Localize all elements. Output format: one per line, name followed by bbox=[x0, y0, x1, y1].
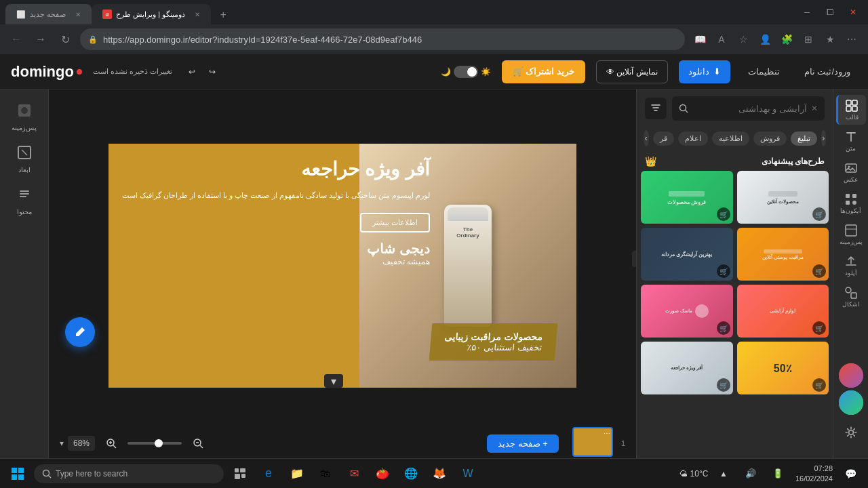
template-add-8[interactable]: 🛒 bbox=[812, 378, 826, 392]
search-clear-icon[interactable]: ✕ bbox=[811, 104, 818, 113]
canvas-expand-bottom[interactable]: ▾ bbox=[324, 374, 343, 388]
right-icon-template[interactable]: قالب bbox=[836, 95, 866, 125]
right-icon-icons[interactable]: آیکون‌ها bbox=[836, 188, 866, 218]
template-card-8[interactable]: 50٪ 🛒 bbox=[737, 342, 829, 394]
redo-button[interactable]: ↪ bbox=[203, 62, 221, 82]
template-add-3[interactable]: 🛒 bbox=[717, 264, 730, 278]
taskbar-weather[interactable]: 🌤 10°C bbox=[682, 462, 706, 486]
start-button[interactable] bbox=[5, 462, 30, 486]
thumbnail-menu[interactable]: ⋯ bbox=[604, 430, 610, 437]
download-button[interactable]: ⬇ دانلود bbox=[679, 60, 730, 83]
template-search-input[interactable] bbox=[692, 104, 807, 114]
right-icon-shapes[interactable]: اشکال bbox=[836, 282, 866, 312]
reader-mode-icon[interactable]: 📖 bbox=[690, 30, 709, 49]
address-bar[interactable]: 🔒 https://app.domingo.ir/editor?industry… bbox=[80, 28, 685, 50]
preview-button[interactable]: نمایش آنلاین 👁 bbox=[596, 60, 668, 83]
tool-dimensions[interactable]: ابعاد bbox=[5, 140, 43, 179]
taskbar-store[interactable]: 🛍 bbox=[313, 462, 338, 486]
browser-menu-icon[interactable]: ⋯ bbox=[842, 30, 861, 49]
taskbar-mail[interactable]: ✉ bbox=[342, 462, 366, 486]
taskbar-word[interactable]: W bbox=[456, 462, 480, 486]
share-button[interactable]: خرید اشتراک 🛒 bbox=[502, 60, 585, 83]
template-add-7[interactable]: 🛒 bbox=[717, 378, 730, 392]
template-card-4[interactable]: مراقبت پوستی آنلاین 🛒 bbox=[737, 228, 829, 281]
filter-button[interactable] bbox=[645, 98, 667, 119]
pill-announce[interactable]: اعلام bbox=[678, 131, 708, 146]
undo-button[interactable]: ↩ bbox=[183, 62, 201, 82]
new-tab-button[interactable]: + bbox=[214, 5, 233, 24]
zoom-slider[interactable] bbox=[127, 442, 182, 445]
refresh-button[interactable]: ↻ bbox=[56, 30, 75, 49]
floating-action-button[interactable] bbox=[65, 317, 95, 347]
template-card-6[interactable]: لوازم آرایشی 🛒 bbox=[737, 285, 829, 338]
battery-icon[interactable]: 🔋 bbox=[766, 462, 790, 486]
template-row-2: بهترین آرایشگری مردانه 🛒 مراقبت پوستی آن… bbox=[637, 228, 833, 281]
canvas-expand-right[interactable]: › bbox=[632, 251, 636, 267]
template-add-5[interactable]: 🛒 bbox=[717, 321, 730, 335]
template-add-1[interactable]: 🛒 bbox=[717, 207, 730, 221]
ai-button-1[interactable] bbox=[839, 363, 863, 388]
extension-icon[interactable]: 🧩 bbox=[777, 30, 796, 49]
pill-ad[interactable]: تبلیغ bbox=[791, 131, 817, 146]
taskbar-task-view[interactable] bbox=[228, 462, 252, 486]
forward-button[interactable]: → bbox=[31, 30, 50, 49]
ai-button-2[interactable] bbox=[839, 390, 863, 415]
settings-gear[interactable] bbox=[836, 418, 866, 447]
right-icon-upload[interactable]: آپلود bbox=[836, 251, 866, 281]
maximize-button[interactable]: ⧠ bbox=[821, 3, 840, 22]
collections-icon[interactable]: ⊞ bbox=[799, 30, 818, 49]
right-icon-background[interactable]: پس‌زمینه bbox=[836, 220, 866, 249]
taskbar-chrome[interactable]: 🌐 bbox=[399, 462, 423, 486]
taskbar-edge[interactable]: e bbox=[256, 462, 281, 486]
toggle-track[interactable] bbox=[454, 66, 478, 78]
theme-toggle[interactable]: 🌙 ☀️ bbox=[441, 66, 491, 78]
browser-tab-active[interactable]: d دومینگو | ویرایش طرح ✕ bbox=[92, 4, 211, 24]
template-add-2[interactable]: 🛒 bbox=[812, 207, 826, 221]
page-thumbnail-1[interactable]: ⋯ bbox=[572, 427, 613, 457]
tool-content[interactable]: محتوا bbox=[5, 182, 43, 221]
notification-button[interactable]: 💬 bbox=[838, 462, 863, 486]
translate-icon[interactable]: A bbox=[712, 30, 731, 49]
template-card-7[interactable]: آفر ویژه حراجعه 🛒 bbox=[641, 342, 733, 394]
auth-button[interactable]: ورود/ثبت نام bbox=[797, 60, 857, 83]
pill-info[interactable]: اطلاعیه bbox=[712, 131, 749, 146]
tab-close-1[interactable]: ✕ bbox=[75, 11, 81, 18]
canvas[interactable]: TheOrdinary آفر ویژه حراجعه لورم اپیسوم … bbox=[108, 144, 576, 388]
minimize-button[interactable]: ─ bbox=[797, 3, 816, 22]
volume-icon[interactable]: 🔊 bbox=[738, 462, 763, 486]
add-page-button[interactable]: + صفحه جدید bbox=[487, 434, 559, 453]
template-card-5[interactable]: ماسک صورت 🛒 bbox=[641, 285, 733, 338]
close-button[interactable]: ✕ bbox=[844, 3, 863, 22]
template-card-1[interactable]: فروش محصولات 🛒 bbox=[641, 171, 733, 224]
favorite-icon[interactable]: ☆ bbox=[734, 30, 753, 49]
taskbar-explorer[interactable]: 📁 bbox=[285, 462, 309, 486]
canvas-tagline: همیشه تخفیف bbox=[122, 257, 430, 266]
right-icon-text[interactable]: متن bbox=[836, 126, 866, 156]
category-next-button[interactable]: › bbox=[644, 130, 649, 146]
template-add-4[interactable]: 🛒 bbox=[812, 264, 826, 278]
tab-close-2[interactable]: ✕ bbox=[195, 11, 200, 18]
tool-background[interactable]: پس‌زمینه bbox=[5, 98, 43, 137]
taskbar-pomodoro[interactable]: 🍅 bbox=[370, 462, 395, 486]
template-add-6[interactable]: 🛒 bbox=[812, 321, 826, 335]
category-prev-button[interactable]: ‹ bbox=[821, 130, 827, 146]
back-button[interactable]: ← bbox=[7, 30, 26, 49]
zoom-slider-thumb[interactable] bbox=[155, 439, 163, 447]
settings-button[interactable]: تنظیمات bbox=[741, 60, 787, 83]
pill-sale[interactable]: فروش bbox=[753, 131, 787, 146]
zoom-percent[interactable]: 68% bbox=[68, 436, 95, 451]
zoom-in-button[interactable] bbox=[103, 435, 119, 451]
profile-icon[interactable]: 👤 bbox=[755, 30, 774, 49]
favorites-bar-icon[interactable]: ★ bbox=[821, 30, 840, 49]
taskbar-search[interactable]: Type here to search bbox=[34, 464, 224, 483]
right-icon-image[interactable]: عکس bbox=[836, 157, 866, 187]
canvas-info-button[interactable]: اطلاعات بیشتر bbox=[360, 213, 430, 232]
network-icon[interactable]: ▲ bbox=[711, 462, 736, 486]
browser-tab-new[interactable]: ⬜ صفحه جدید ✕ bbox=[5, 4, 92, 24]
search-input-wrap[interactable]: ✕ bbox=[672, 96, 825, 121]
pill-other[interactable]: قر bbox=[653, 131, 674, 146]
taskbar-browser2[interactable]: 🦊 bbox=[427, 462, 452, 486]
template-card-3[interactable]: بهترین آرایشگری مردانه 🛒 bbox=[641, 228, 733, 281]
zoom-out-button[interactable] bbox=[190, 435, 206, 451]
template-card-2[interactable]: محصولات آنلاین 🛒 bbox=[737, 171, 829, 224]
